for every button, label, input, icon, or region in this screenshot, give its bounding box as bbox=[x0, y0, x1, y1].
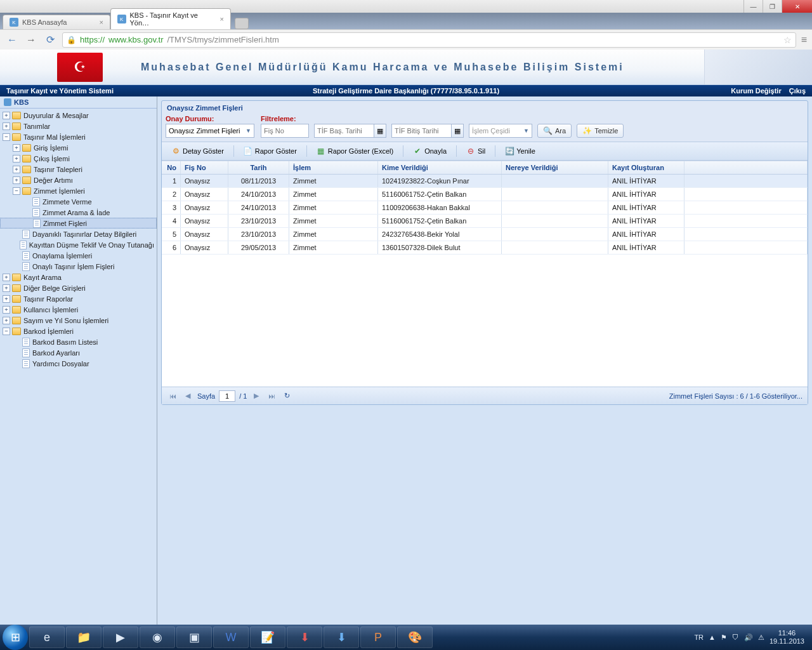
table-row[interactable]: 5Onaysız23/10/2013Zimmet24232765438-Beki… bbox=[162, 228, 808, 241]
task-chrome[interactable]: ◉ bbox=[140, 627, 175, 648]
tree-item-zimmet-arama[interactable]: Zimmet Arama & İade bbox=[0, 207, 157, 218]
page-input[interactable] bbox=[219, 390, 235, 402]
prev-page-button[interactable]: ◀ bbox=[182, 390, 193, 402]
tree-item-kayit-arama[interactable]: +Kayıt Arama bbox=[0, 272, 157, 282]
bookmark-icon[interactable]: ☆ bbox=[783, 35, 792, 45]
onayla-button[interactable]: ✔Onayla bbox=[409, 145, 451, 157]
tree-item-barkod-basim[interactable]: Barkod Basım Listesi bbox=[0, 336, 157, 347]
browser-menu-button[interactable]: ≡ bbox=[801, 34, 807, 46]
col-nereye[interactable]: Nereye Verildiği bbox=[502, 161, 608, 174]
tree-item-tanimlar[interactable]: +Tanımlar bbox=[0, 121, 157, 131]
cikis-link[interactable]: Çıkış bbox=[789, 87, 806, 95]
table-row[interactable]: 3Onaysız24/10/2013Zimmet11009206638-Haka… bbox=[162, 201, 808, 215]
rapor-goster-button[interactable]: 📄Rapor Göster bbox=[239, 145, 301, 157]
start-button[interactable]: ⊞ bbox=[3, 625, 28, 650]
url-input[interactable]: 🔒 https://www.kbs.gov.tr/TMYS/tmys/zimme… bbox=[62, 32, 796, 48]
detay-goster-button[interactable]: ⚙Detay Göster bbox=[167, 145, 228, 157]
tray-action-icon[interactable]: ⛉ bbox=[732, 633, 739, 641]
tree-item-yardimci[interactable]: Yardımcı Dosyalar bbox=[0, 358, 157, 369]
tray-vol-icon[interactable]: 🔊 bbox=[744, 633, 753, 642]
task-media[interactable]: ▶ bbox=[103, 627, 138, 648]
col-kayit[interactable]: Kayıt Oluşturan bbox=[608, 161, 684, 174]
maximize-button[interactable]: ❐ bbox=[763, 0, 782, 13]
close-icon[interactable]: × bbox=[220, 15, 224, 23]
yenile-button[interactable]: 🔄Yenile bbox=[501, 145, 540, 157]
task-download[interactable]: ⬇ bbox=[324, 627, 359, 648]
tree-item-diger-belge[interactable]: +Diğer Belge Girişleri bbox=[0, 282, 157, 293]
reload-button[interactable]: ⟳ bbox=[43, 33, 57, 47]
table-row[interactable]: 1Onaysız08/11/2013Zimmet10241923822-Coşk… bbox=[162, 175, 808, 188]
chevron-down-icon: ▼ bbox=[523, 128, 529, 134]
back-button[interactable]: ← bbox=[5, 33, 19, 47]
fis-no-input[interactable] bbox=[261, 124, 309, 138]
tree-item-talep[interactable]: +Taşınır Talepleri bbox=[0, 164, 157, 175]
tree-item-dayanikli[interactable]: Dayanıklı Taşınırlar Detay Bilgileri bbox=[0, 229, 157, 239]
last-page-button[interactable]: ⏭ bbox=[266, 390, 277, 402]
tif-bit-input[interactable] bbox=[391, 124, 451, 138]
col-no[interactable]: No bbox=[162, 161, 181, 174]
sidebar-root[interactable]: KBS bbox=[0, 96, 157, 109]
col-islem[interactable]: İşlem bbox=[289, 161, 378, 174]
tree-item-tasinir-mal[interactable]: −Taşınır Mal İşlemleri bbox=[0, 131, 157, 142]
close-icon[interactable]: × bbox=[100, 18, 103, 26]
table-row[interactable]: 4Onaysız23/10/2013Zimmet51160061752-Çeti… bbox=[162, 215, 808, 228]
task-ie[interactable]: e bbox=[29, 627, 65, 648]
tree-item-zimmet-fisleri[interactable]: Zimmet Fişleri bbox=[0, 218, 157, 229]
tree-item-zimmete-verme[interactable]: Zimmete Verme bbox=[0, 196, 157, 207]
tree-item-kayittan-dusme[interactable]: Kayıttan Düşme Teklif Ve Onay Tutanağı bbox=[0, 239, 157, 250]
minimize-button[interactable]: — bbox=[743, 0, 763, 13]
task-powerpoint[interactable]: P bbox=[360, 627, 396, 648]
first-page-button[interactable]: ⏮ bbox=[167, 390, 178, 402]
ara-button[interactable]: 🔍Ara bbox=[537, 124, 572, 138]
tray-net-icon[interactable]: ⚑ bbox=[721, 633, 727, 642]
task-notepad[interactable]: 📝 bbox=[250, 627, 285, 648]
browser-tab-1[interactable]: K KBS - Taşınır Kayıt ve Yön… × bbox=[110, 8, 231, 29]
col-fis[interactable]: Fiş No bbox=[181, 161, 228, 174]
tif-bas-date[interactable]: ▦ bbox=[314, 124, 386, 138]
tree-item-deger[interactable]: +Değer Artımı bbox=[0, 175, 157, 185]
tree-item-zimmet[interactable]: −Zimmet İşlemleri bbox=[0, 185, 157, 196]
tree-item-sayim[interactable]: +Sayım ve Yıl Sonu İşlemleri bbox=[0, 315, 157, 326]
tree-label: Barkod Ayarları bbox=[32, 349, 80, 357]
refresh-page-button[interactable]: ↻ bbox=[281, 390, 292, 402]
temizle-button[interactable]: ✨Temizle bbox=[577, 124, 624, 138]
task-maxthon[interactable]: ▣ bbox=[176, 627, 212, 648]
islem-cesidi-combo[interactable]: İşlem Çeşidi▼ bbox=[469, 124, 532, 138]
next-page-button[interactable]: ▶ bbox=[251, 390, 262, 402]
tray-flag-icon[interactable]: ▲ bbox=[709, 633, 716, 641]
tif-bas-input[interactable] bbox=[314, 124, 374, 138]
tray-lang[interactable]: TR bbox=[694, 633, 704, 641]
task-explorer[interactable]: 📁 bbox=[66, 627, 102, 648]
task-word[interactable]: W bbox=[213, 627, 249, 648]
tree-item-kullanici[interactable]: +Kullanıcı İşlemleri bbox=[0, 304, 157, 315]
tray-power-icon[interactable]: ⚠ bbox=[758, 633, 764, 642]
calendar-icon[interactable]: ▦ bbox=[451, 124, 464, 138]
calendar-icon[interactable]: ▦ bbox=[374, 124, 386, 138]
tree-item-onayli-fis[interactable]: Onaylı Taşınır İşlem Fişleri bbox=[0, 261, 157, 272]
task-paint[interactable]: 🎨 bbox=[397, 627, 433, 648]
col-kime[interactable]: Kime Verildiği bbox=[378, 161, 502, 174]
tif-bit-date[interactable]: ▦ bbox=[391, 124, 464, 138]
tree-item-cikis[interactable]: +Çıkış İşlemi bbox=[0, 153, 157, 164]
tree-item-barkod[interactable]: −Barkod İşlemleri bbox=[0, 326, 157, 336]
cell-no: 5 bbox=[162, 228, 181, 241]
tree-item-giris[interactable]: +Giriş İşlemi bbox=[0, 142, 157, 153]
system-tray[interactable]: TR ▲ ⚑ ⛉ 🔊 ⚠ 11:46 19.11.2013 bbox=[694, 629, 809, 646]
tree-item-duyurular[interactable]: +Duyurular & Mesajlar bbox=[0, 110, 157, 121]
sil-button[interactable]: ⊖Sil bbox=[462, 145, 490, 157]
close-button[interactable]: ✕ bbox=[782, 0, 812, 13]
col-tarih[interactable]: Tarih bbox=[228, 161, 289, 174]
tree-item-rapor[interactable]: +Taşınır Raporlar bbox=[0, 293, 157, 304]
table-row[interactable]: 2Onaysız24/10/2013Zimmet51160061752-Çeti… bbox=[162, 188, 808, 201]
tree-item-barkod-ayar[interactable]: Barkod Ayarları bbox=[0, 347, 157, 358]
onay-combo[interactable]: Onaysız Zimmet Fişleri▼ bbox=[166, 124, 254, 138]
kurum-degistir-link[interactable]: Kurum Değiştir bbox=[731, 87, 781, 95]
tray-clock[interactable]: 11:46 19.11.2013 bbox=[769, 629, 804, 646]
task-pdf[interactable]: ⬇ bbox=[287, 627, 322, 648]
new-tab-button[interactable] bbox=[235, 18, 249, 29]
browser-tab-0[interactable]: K KBS Anasayfa × bbox=[3, 15, 110, 29]
table-row[interactable]: 6Onaysız29/05/2013Zimmet13601507328-Dile… bbox=[162, 241, 808, 255]
rapor-excel-button[interactable]: ▦Rapor Göster (Excel) bbox=[312, 145, 398, 157]
tree-item-onaylama[interactable]: Onaylama İşlemleri bbox=[0, 250, 157, 261]
forward-button[interactable]: → bbox=[24, 33, 38, 47]
